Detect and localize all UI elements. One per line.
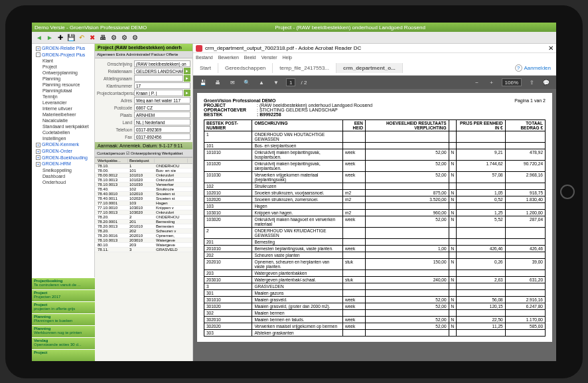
grid-row[interactable]: 77.10.0001103Hagen (95, 201, 192, 206)
grid-row[interactable]: 78.00.0012101010Onkruidvri (95, 173, 192, 178)
tree-root[interactable]: +GROEN-HRM (33, 161, 93, 167)
shortcut-stack[interactable]: PlanningPlanningen te boeken (32, 313, 95, 325)
grid-row[interactable]: 78.20.0013201010Bemesten (95, 224, 192, 229)
shortcut-stack[interactable]: Projectprojecten in offerte grijs (32, 301, 95, 313)
pdf-zoom[interactable]: 106% (502, 78, 522, 86)
nav-fwd-icon[interactable]: ► (45, 33, 54, 42)
pdf-next-icon[interactable]: ▼ (271, 78, 281, 87)
lookup-icon[interactable]: ▸ (184, 68, 190, 74)
tree-item[interactable]: Interne uitvoer (33, 106, 93, 112)
grid-row[interactable]: 78.11.3GRASVELD (95, 248, 192, 252)
tree-item[interactable]: Klant (33, 58, 93, 64)
tree-item[interactable]: Nacalculatie (33, 117, 93, 123)
tree-item[interactable]: Instellingen (33, 135, 93, 141)
pdf-mail-icon[interactable]: ✉ (228, 78, 237, 87)
pdf-menu-item[interactable]: Help (282, 55, 291, 60)
form-input[interactable] (134, 75, 183, 82)
grid-row[interactable]: 77.10.0010103010Knippen v (95, 206, 192, 210)
pdf-tab[interactable]: crm_department_o... (336, 63, 403, 73)
form-input[interactable]: GELDERS LANDSCHAP (134, 68, 183, 74)
grid-row[interactable]: 80.10.203Watergeve (95, 243, 192, 248)
pdf-menu-item[interactable]: Bestand (196, 55, 213, 60)
tree-item[interactable]: Onderhoud (33, 179, 93, 185)
pdf-close-icon[interactable]: ✕ (548, 44, 553, 52)
pdf-menu-item[interactable]: Beeld (244, 55, 256, 60)
pdf-share-icon[interactable]: ⇪ (527, 78, 536, 87)
tree-root[interactable]: +GROEN-Kenmerk (33, 141, 93, 148)
grid-row[interactable]: 78.20.202Scheuren v (95, 229, 192, 234)
tablet-home-button[interactable] (560, 185, 575, 199)
grid-row[interactable]: 78.20.2ONDERHOU (95, 215, 192, 220)
form-input[interactable]: 17 (134, 82, 190, 89)
form-input[interactable]: 6867 CZ (134, 104, 190, 111)
tree-item[interactable]: Leverancier (33, 100, 93, 106)
lookup-icon[interactable]: ▸ (184, 90, 190, 96)
shortcut-stack[interactable]: VerslagOpenstaande acties 30 d... (32, 337, 95, 349)
form-input[interactable]: 0317-892369 (134, 126, 190, 133)
project-tabs[interactable]: Algemeen Extra Administratief Factuur Of… (95, 51, 192, 58)
tree-root[interactable]: +GROEN-Order (33, 148, 93, 155)
grid-row[interactable]: 78.10.0013101030Verwerker (95, 183, 192, 187)
pdf-comment-icon[interactable]: 💬 (542, 78, 551, 87)
shortcut-stack[interactable]: ProjectProjecten 2017 (32, 289, 95, 301)
grid-row[interactable]: 78.20.0016202010Opnemen, (95, 234, 192, 238)
pdf-save-icon[interactable]: 💾 (198, 78, 208, 87)
grid-row[interactable]: 78.10.1ONDERHOU (95, 164, 192, 169)
tool3-icon[interactable]: ⚙ (130, 33, 139, 42)
tree-item[interactable]: Planning (33, 76, 93, 82)
pdf-tab[interactable]: Gereedschappen (218, 63, 273, 73)
tree-root[interactable]: -GROEN-Project Plus (33, 52, 93, 58)
sub-tabs[interactable]: Contactpersoon ☑ Ontwerpplanning Werkpak… (95, 149, 192, 157)
grid-row[interactable]: 78.00.101Bos- en sie (95, 169, 192, 173)
pdf-tab[interactable]: temp_file_2417553... (273, 63, 336, 73)
grid-row[interactable]: 78.40.0011102020Snoeien st (95, 196, 192, 201)
grid-row[interactable]: 78.20.0001201Bemesting (95, 220, 192, 224)
tree-item[interactable]: Planningtotaal (33, 88, 93, 94)
grid-row[interactable]: 78.40.102Struikroze (95, 187, 192, 192)
tree-item[interactable]: Project (33, 64, 93, 70)
grid-row[interactable]: 78.10.0013203010Watergeve (95, 238, 192, 243)
shortcut-stack[interactable]: Project (32, 349, 95, 361)
form-input[interactable]: Kraan | P. | (134, 90, 183, 96)
save-icon[interactable]: 💾 (66, 33, 76, 42)
form-input[interactable]: NL | Nederland (134, 119, 190, 125)
print-icon[interactable]: 🖶 (98, 33, 108, 42)
tree-item[interactable]: Materieelbeheer (33, 112, 93, 117)
tree-item[interactable]: Planning resource (33, 82, 93, 88)
pdf-prev-icon[interactable]: ▲ (257, 78, 266, 87)
tool2-icon[interactable]: ⚙ (119, 33, 129, 42)
pdf-login[interactable]: ? Aanmelden (510, 62, 556, 74)
pdf-page-input[interactable]: 1 (286, 78, 295, 86)
new-icon[interactable]: ✚ (56, 33, 65, 42)
tree-item[interactable]: Ontwerpplanning (33, 70, 93, 76)
tool1-icon[interactable]: ⚙ (109, 33, 118, 42)
form-input[interactable]: ARNHEM (134, 112, 190, 118)
tree-item[interactable]: Termijn (33, 94, 93, 100)
grid-row[interactable]: 78.40.0010102010Snoeien st (95, 192, 192, 196)
pdf-menubar[interactable]: BestandBewerkenBeeldVensterHelp (193, 53, 556, 61)
form-input[interactable]: 0317-892456 (134, 133, 190, 140)
lookup-icon[interactable]: ▸ (184, 75, 190, 82)
tree-item[interactable]: Codetabellen (33, 129, 93, 135)
tree-root[interactable]: +GROEN-Relatie Plus (33, 45, 93, 52)
pdf-menu-item[interactable]: Bewerken (218, 55, 239, 60)
nav-back-icon[interactable]: ◄ (35, 33, 44, 42)
pdf-zoomin-icon[interactable]: + (487, 78, 496, 87)
tree-item[interactable]: Snelkoppeling (33, 167, 93, 173)
grid-row[interactable]: 78.10.0013101020Onkruidvri (95, 178, 192, 183)
form-input[interactable]: Weg aan het water 117 (134, 97, 190, 104)
delete-icon[interactable]: ✖ (88, 33, 97, 42)
shortcut-stack[interactable]: PlanningWerkbonnen nog te printen (32, 325, 95, 337)
pdf-tab[interactable]: Start (193, 63, 218, 73)
tree-item[interactable]: Dashboard (33, 173, 93, 179)
pdf-menu-item[interactable]: Venster (261, 55, 277, 60)
pdf-print-icon[interactable]: 🖶 (213, 78, 222, 87)
undo-icon[interactable]: ↶ (77, 33, 86, 42)
form-input[interactable]: (RAW beeldbestekken) on (134, 60, 190, 67)
tree-root[interactable]: +GROEN-Boekhouding (33, 155, 93, 161)
tree-item[interactable]: Standaard werkpakket (33, 123, 93, 129)
pdf-search-icon[interactable]: 🔍 (242, 78, 252, 87)
grid-row[interactable]: 77.10.0013103020Onkruidvri (95, 210, 192, 215)
pdf-zoomout-icon[interactable]: − (473, 78, 482, 87)
shortcut-stack[interactable]: ProjectboekingTe controleren vanuit de .… (32, 277, 95, 289)
